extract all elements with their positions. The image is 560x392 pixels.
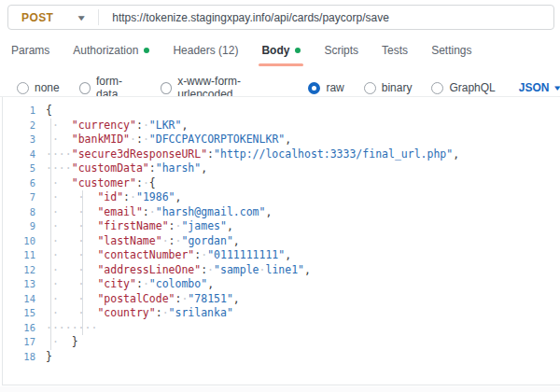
line-number: 16 — [3, 321, 35, 336]
code-line[interactable]: 14 · · "postalCode":·"78151", — [3, 292, 560, 307]
body-type-raw[interactable]: raw — [308, 81, 343, 94]
line-number: 17 — [3, 335, 35, 350]
radio-icon — [79, 82, 91, 94]
code-content: · · "country":·"srilanka" — [46, 306, 233, 321]
request-bar: POST ▾ https://tokenize.stagingxpay.info… — [7, 5, 554, 30]
body-type-label: binary — [382, 81, 413, 94]
code-content: · "currency":·"LKR", — [46, 119, 188, 133]
code-content: ········ — [46, 321, 97, 336]
tab-params[interactable]: Params — [11, 44, 49, 57]
code-content: · · "lastName"·:·"gordan", — [46, 234, 240, 249]
code-line[interactable]: 16········ — [3, 321, 560, 336]
code-content: · · "firstName":·"james", — [46, 219, 233, 234]
body-editor[interactable]: 1{2 · "currency":·"LKR",3 · "bankMID"·:·… — [2, 97, 560, 385]
tab-label: Body — [261, 44, 289, 57]
divider — [98, 9, 99, 25]
code-content: ····"secure3dResponseURL":"http://localh… — [46, 147, 459, 162]
tab-label: Settings — [431, 44, 471, 57]
code-line[interactable]: 7 · · "id":·"1986", — [3, 190, 560, 205]
body-type-label: none — [35, 81, 60, 94]
radio-icon — [364, 82, 376, 94]
line-number: 5 — [3, 161, 35, 176]
code-line[interactable]: 11 · · "contactNumber":·"0111111111", — [3, 248, 560, 263]
code-line[interactable]: 3 · "bankMID"·:·"DFCCPAYCORPTOKENLKR", — [3, 133, 560, 147]
modified-dot-icon — [144, 48, 149, 53]
code-content: · · "addressLineOne":·"sample·line1", — [46, 263, 311, 278]
radio-icon — [161, 82, 172, 94]
url-input[interactable]: https://tokenize.stagingxpay.info/api/ca… — [112, 11, 389, 24]
code-lines: 1{2 · "currency":·"LKR",3 · "bankMID"·:·… — [3, 97, 560, 364]
code-line[interactable]: 12 · · "addressLineOne":·"sample·line1", — [3, 263, 560, 278]
code-line[interactable]: 4····"secure3dResponseURL":"http://local… — [3, 147, 560, 162]
line-number: 4 — [3, 147, 35, 162]
tab-authorization[interactable]: Authorization — [73, 44, 149, 57]
code-content: · · "email":·"harsh@gmail.com", — [46, 205, 272, 220]
chevron-down-icon: ▾ — [555, 83, 560, 92]
code-content: · · "city":·"colombo", — [46, 277, 214, 292]
code-line[interactable]: 10 · · "lastName"·:·"gordan", — [3, 234, 560, 249]
code-line[interactable]: 18} — [3, 350, 560, 365]
radio-icon — [17, 82, 29, 94]
line-number: 3 — [3, 133, 35, 147]
line-number: 7 — [3, 190, 35, 205]
line-number: 9 — [3, 219, 35, 234]
request-tabs: ParamsAuthorizationHeaders (12)BodyScrip… — [11, 42, 471, 59]
code-line[interactable]: 1{ — [3, 104, 560, 119]
code-line[interactable]: 17 · } — [3, 335, 560, 350]
code-line[interactable]: 8 · · "email":·"harsh@gmail.com", — [3, 205, 560, 220]
code-content: { — [46, 104, 52, 119]
modified-dot-icon — [295, 48, 301, 53]
code-content: } — [46, 350, 52, 365]
indent-guide — [82, 190, 83, 335]
method-label: POST — [21, 11, 53, 24]
code-content: ····"customData":"harsh", — [46, 161, 207, 176]
line-number: 8 — [3, 205, 35, 220]
tab-settings[interactable]: Settings — [431, 44, 471, 57]
radio-icon — [308, 82, 320, 94]
code-content: · · "postalCode":·"78151", — [46, 292, 240, 307]
body-type-binary[interactable]: binary — [364, 81, 413, 94]
body-type-none[interactable]: none — [17, 81, 60, 94]
body-type-label: raw — [326, 81, 343, 94]
code-content: · "customer":·{ — [46, 176, 156, 191]
code-line[interactable]: 5····"customData":"harsh", — [3, 161, 560, 176]
line-number: 13 — [3, 277, 35, 292]
line-number: 6 — [3, 176, 35, 191]
line-number: 12 — [3, 263, 35, 278]
code-line[interactable]: 9 · · "firstName":·"james", — [3, 219, 560, 234]
line-number: 11 — [3, 248, 35, 263]
language-label: JSON — [519, 81, 550, 94]
tab-label: Scripts — [324, 44, 358, 57]
code-content: · "bankMID"·:·"DFCCPAYCORPTOKENLKR", — [46, 133, 291, 147]
tab-headers-12[interactable]: Headers (12) — [173, 44, 238, 57]
tab-body[interactable]: Body — [261, 44, 301, 57]
tab-tests[interactable]: Tests — [382, 44, 408, 57]
line-number: 18 — [3, 350, 35, 365]
language-selector[interactable]: JSON▾ — [519, 81, 560, 94]
code-line[interactable]: 15 · · "country":·"srilanka" — [3, 306, 560, 321]
code-line[interactable]: 13 · · "city":·"colombo", — [3, 277, 560, 292]
line-number: 14 — [3, 292, 35, 307]
line-number: 2 — [3, 119, 35, 133]
tab-label: Params — [11, 44, 49, 57]
line-number: 10 — [3, 234, 35, 249]
tab-scripts[interactable]: Scripts — [324, 44, 358, 57]
tab-label: Headers (12) — [173, 44, 238, 57]
method-dropdown[interactable]: POST ▾ — [8, 11, 84, 24]
code-line[interactable]: 2 · "currency":·"LKR", — [3, 119, 560, 133]
tab-label: Tests — [382, 44, 408, 57]
tab-label: Authorization — [73, 44, 138, 57]
code-content: · · "id":·"1986", — [46, 190, 181, 205]
body-type-label: GraphQL — [449, 81, 495, 94]
indent-guide — [50, 119, 51, 350]
chevron-down-icon: ▾ — [78, 13, 85, 22]
line-number: 1 — [3, 104, 35, 119]
body-type-graphql[interactable]: GraphQL — [431, 81, 495, 94]
radio-icon — [431, 82, 443, 94]
bottom-strip — [0, 386, 560, 392]
line-number: 15 — [3, 306, 35, 321]
code-line[interactable]: 6 · "customer":·{ — [3, 176, 560, 191]
